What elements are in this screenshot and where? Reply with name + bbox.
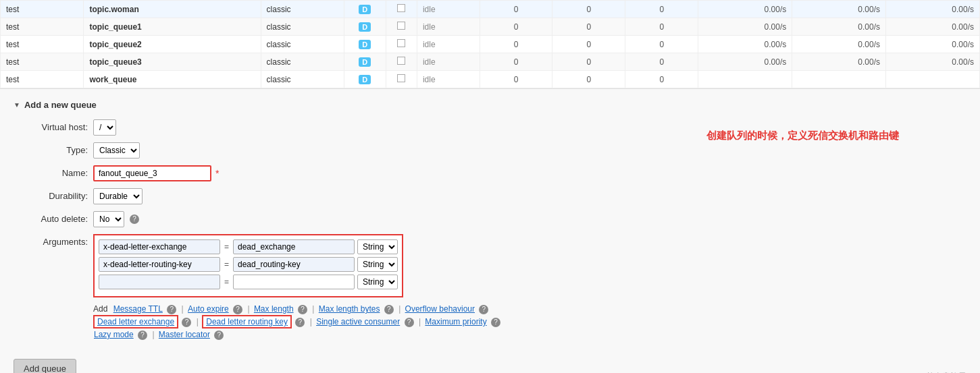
- max-length-help[interactable]: ?: [298, 305, 307, 314]
- dead-letter-routing-key-link[interactable]: Dead letter routing key: [202, 315, 292, 328]
- state-badge: D: [359, 22, 371, 32]
- auto-delete-row: Auto delete: No ?: [14, 211, 966, 227]
- single-active-consumer-link[interactable]: Single active consumer: [316, 317, 400, 326]
- add-queue-form-section: ▼ Add a new queue Virtual host: / Type: …: [0, 88, 980, 373]
- overflow-behaviour-help[interactable]: ?: [479, 305, 488, 314]
- exclusive-checkbox: [397, 22, 405, 30]
- auto-delete-control: No ?: [93, 211, 140, 227]
- add-queue-button-row: Add queue: [14, 349, 966, 373]
- max-length-bytes-link[interactable]: Max length bytes: [319, 304, 380, 314]
- master-locator-link[interactable]: Master locator: [159, 330, 210, 339]
- annotation-text: 创建队列的时候，定义死信交换机和路由键: [706, 130, 899, 142]
- required-asterisk: *: [215, 168, 219, 179]
- durability-control: Durable: [93, 188, 143, 204]
- arg1-eq: =: [223, 242, 230, 252]
- state-badge: D: [359, 57, 371, 67]
- dead-letter-exchange-link[interactable]: Dead letter exchange: [93, 315, 178, 328]
- exclusive-checkbox: [397, 39, 405, 47]
- overflow-behaviour-link[interactable]: Overflow behaviour: [405, 304, 475, 314]
- auto-expire-link[interactable]: Auto expire: [188, 304, 229, 314]
- max-length-link[interactable]: Max length: [254, 304, 294, 314]
- type-control: Classic: [93, 142, 140, 159]
- virtual-host-select[interactable]: /: [93, 119, 116, 136]
- arguments-row: Arguments: = String =: [14, 234, 966, 297]
- virtual-host-control: /: [93, 119, 116, 136]
- auto-delete-label: Auto delete:: [14, 211, 88, 224]
- lazy-mode-help[interactable]: ?: [138, 331, 147, 340]
- arguments-box: = String = String: [93, 234, 403, 297]
- table-row[interactable]: testtopic_queue1classicDidle0000.00/s0.0…: [1, 18, 980, 36]
- add-links-row-2: Dead letter exchange ? | Dead letter rou…: [93, 317, 966, 327]
- name-label: Name:: [14, 165, 88, 178]
- add-links-row-3: Lazy mode ? | Master locator ?: [93, 330, 966, 340]
- master-locator-help[interactable]: ?: [214, 331, 224, 340]
- auto-delete-select[interactable]: No: [93, 211, 124, 227]
- auto-delete-help-icon[interactable]: ?: [130, 214, 139, 224]
- queue-table-section: testtopic.womanclassicDidle0000.00/s0.00…: [0, 0, 980, 88]
- arg-row-3: = String: [99, 275, 398, 289]
- state-badge: D: [359, 40, 371, 49]
- arg2-eq: =: [223, 260, 230, 269]
- arg3-type-select[interactable]: String: [357, 275, 398, 289]
- maximum-priority-help[interactable]: ?: [491, 318, 500, 327]
- type-select[interactable]: Classic: [93, 142, 140, 159]
- add-links-section: Add Message TTL ? | Auto expire ? | Max …: [93, 304, 966, 340]
- name-control: *: [93, 165, 219, 181]
- arg2-type-select[interactable]: String: [357, 257, 398, 272]
- arg1-key-input[interactable]: [99, 239, 220, 254]
- durability-select[interactable]: Durable: [93, 188, 143, 204]
- table-row[interactable]: testtopic_queue2classicDidle0000.00/s0.0…: [1, 36, 980, 53]
- dead-letter-exchange-help[interactable]: ?: [182, 318, 191, 327]
- auto-expire-help[interactable]: ?: [233, 305, 242, 314]
- dead-letter-routing-key-help[interactable]: ?: [295, 318, 305, 327]
- arg3-key-input[interactable]: [99, 275, 220, 289]
- durability-label: Durability:: [14, 188, 88, 201]
- table-row[interactable]: testtopic_queue3classicDidle0000.00/s0.0…: [1, 53, 980, 71]
- max-length-bytes-help[interactable]: ?: [384, 305, 394, 314]
- type-row: Type: Classic: [14, 142, 966, 159]
- section-title: Add a new queue: [24, 100, 97, 110]
- message-ttl-link[interactable]: Message TTL: [113, 304, 163, 314]
- state-badge: D: [359, 75, 371, 84]
- type-label: Type:: [14, 142, 88, 155]
- add-links-row-1: Add Message TTL ? | Auto expire ? | Max …: [93, 304, 966, 314]
- table-row[interactable]: testtopic.womanclassicDidle0000.00/s0.00…: [1, 1, 980, 18]
- name-row: Name: *: [14, 165, 966, 181]
- arg-row-2: = String: [99, 257, 398, 272]
- single-active-consumer-help[interactable]: ?: [405, 318, 414, 327]
- add-queue-button[interactable]: Add queue: [14, 359, 76, 373]
- lazy-mode-link[interactable]: Lazy mode: [94, 330, 134, 339]
- exclusive-checkbox: [397, 57, 405, 65]
- arg-row-1: = String: [99, 239, 398, 254]
- arguments-control: = String = String: [93, 234, 403, 297]
- exclusive-checkbox: [397, 4, 405, 12]
- maximum-priority-link[interactable]: Maximum priority: [425, 317, 486, 326]
- arg2-val-input[interactable]: [233, 257, 355, 272]
- state-badge: D: [359, 5, 371, 14]
- name-input[interactable]: [93, 165, 211, 181]
- arguments-label: Arguments:: [14, 234, 88, 247]
- exclusive-checkbox: [397, 74, 405, 82]
- table-row[interactable]: testwork_queueclassicDidle000: [1, 71, 980, 88]
- queue-table: testtopic.womanclassicDidle0000.00/s0.00…: [0, 0, 980, 88]
- virtual-host-label: Virtual host:: [14, 119, 88, 132]
- durability-row: Durability: Durable: [14, 188, 966, 204]
- arg2-key-input[interactable]: [99, 257, 220, 272]
- message-ttl-help[interactable]: ?: [167, 305, 176, 314]
- arg1-type-select[interactable]: String: [357, 239, 398, 254]
- arg3-eq: =: [223, 277, 230, 287]
- arg1-val-input[interactable]: [233, 239, 355, 254]
- add-queue-section-header[interactable]: ▼ Add a new queue: [14, 100, 966, 110]
- arg3-val-input[interactable]: [233, 275, 355, 289]
- add-label: Add: [93, 304, 107, 314]
- collapse-arrow-icon: ▼: [14, 101, 20, 109]
